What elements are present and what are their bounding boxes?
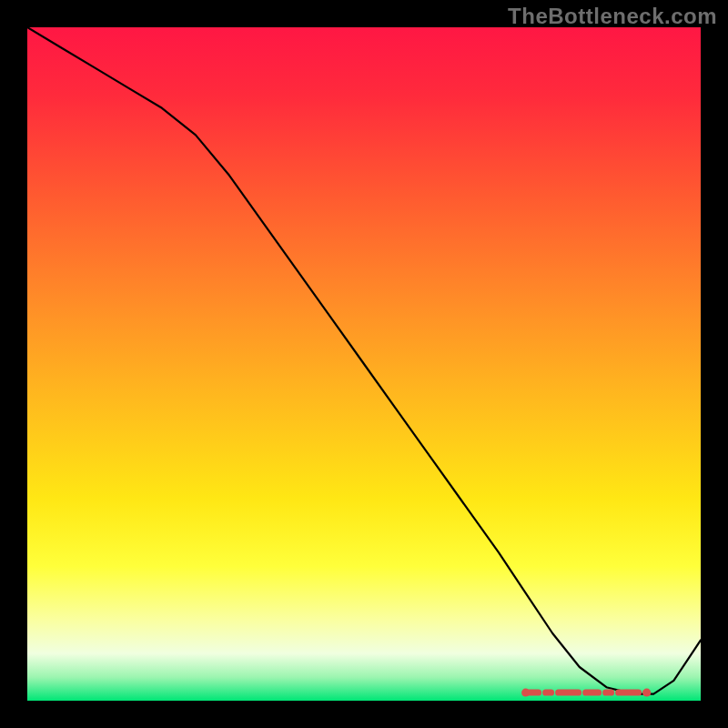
chart-svg — [27, 27, 701, 701]
watermark-label: TheBottleneck.com — [508, 4, 717, 29]
plot-area — [27, 27, 701, 701]
chart-frame: TheBottleneck.com — [0, 0, 728, 728]
